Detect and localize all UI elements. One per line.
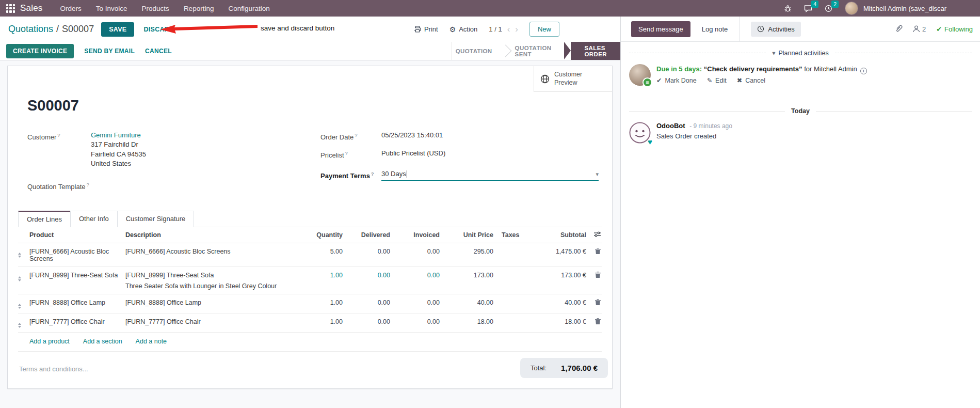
table-row[interactable]: [FURN_8999] Three-Seat Sofa [FURN_8999] … [18, 267, 602, 294]
apps-grid-icon[interactable] [6, 4, 15, 13]
pricelist-value[interactable]: Public Pricelist (USD) [381, 149, 445, 160]
table-row[interactable]: [FURN_8888] Office Lamp [FURN_8888] Offi… [18, 294, 602, 313]
order-date-value[interactable]: 05/25/2023 15:40:01 [381, 131, 443, 142]
table-row[interactable]: [FURN_6666] Acoustic Bloc Screens [FURN_… [18, 243, 602, 267]
cell-invoiced[interactable]: 0.00 [390, 318, 440, 325]
cell-invoiced[interactable]: 0.00 [390, 272, 440, 279]
edit-activity-button[interactable]: ✎Edit [707, 76, 727, 84]
menu-configuration[interactable]: Configuration [221, 1, 277, 17]
add-section-link[interactable]: Add a section [83, 338, 122, 345]
tab-customer-signature[interactable]: Customer Signature [117, 211, 195, 227]
message-author[interactable]: OdooBot [656, 122, 685, 130]
delete-line-icon[interactable] [586, 272, 602, 279]
payment-terms-input[interactable]: 30 Days ▾ [381, 169, 599, 181]
cancel-activity-button[interactable]: ✖Cancel [737, 76, 765, 84]
cell-description[interactable]: [FURN_8999] Three-Seat SofaThree Seater … [125, 272, 287, 290]
cell-delivered[interactable]: 0.00 [343, 248, 390, 255]
adjust-columns-icon[interactable] [586, 231, 602, 239]
cancel-button[interactable]: CANCEL [140, 44, 177, 58]
cell-product[interactable]: [FURN_8888] Office Lamp [29, 299, 125, 306]
following-button[interactable]: ✔ Following [936, 25, 973, 33]
drag-handle-icon[interactable] [18, 276, 21, 281]
customer-link[interactable]: Gemini Furniture [91, 131, 146, 140]
delete-line-icon[interactable] [586, 248, 602, 256]
menu-orders[interactable]: Orders [53, 1, 89, 17]
customer-preview-button[interactable]: Customer Preview [534, 66, 612, 92]
delete-line-icon[interactable] [586, 318, 602, 326]
cell-product[interactable]: [FURN_7777] Office Chair [29, 318, 125, 325]
divider [739, 17, 740, 41]
cell-unit-price[interactable]: 173.00 [440, 272, 493, 279]
action-button[interactable]: ⚙ Action [449, 25, 478, 34]
cell-delivered[interactable]: 0.00 [343, 318, 390, 325]
app-name[interactable]: Sales [20, 3, 43, 13]
table-row[interactable]: [FURN_7777] Office Chair [FURN_7777] Off… [18, 313, 602, 333]
log-note-button[interactable]: Log note [702, 25, 728, 33]
dropdown-caret-icon[interactable]: ▾ [596, 169, 599, 179]
create-invoice-button[interactable]: CREATE INVOICE [6, 44, 74, 58]
user-name[interactable]: Mitchell Admin (save_discar [863, 5, 980, 12]
drag-handle-icon[interactable] [18, 253, 21, 258]
drag-handle-icon[interactable] [18, 323, 21, 328]
planned-activities-toggle[interactable]: ▾ Planned activities [772, 49, 829, 57]
cell-description[interactable]: [FURN_6666] Acoustic Bloc Screens [125, 248, 287, 255]
print-button[interactable]: Print [414, 25, 438, 33]
activity-avatar[interactable]: ≡ [629, 64, 651, 86]
col-taxes[interactable]: Taxes [493, 231, 525, 239]
new-button[interactable]: New [529, 22, 559, 37]
stage-sales-order[interactable]: SALES ORDER [571, 42, 620, 60]
col-description[interactable]: Description [125, 231, 287, 239]
pager-previous-icon[interactable]: ‹ [507, 24, 510, 35]
menu-reporting[interactable]: Reporting [176, 1, 221, 17]
add-note-link[interactable]: Add a note [136, 338, 167, 345]
menu-products[interactable]: Products [135, 1, 176, 17]
cell-unit-price[interactable]: 18.00 [440, 318, 493, 325]
activities-clock-icon[interactable]: 2 [820, 3, 838, 14]
attachments-button[interactable] [895, 25, 903, 33]
followers-button[interactable]: 2 [913, 25, 926, 33]
cell-delivered[interactable]: 0.00 [343, 299, 390, 306]
cell-quantity[interactable]: 5.00 [287, 248, 343, 255]
cell-quantity[interactable]: 1.00 [287, 318, 343, 325]
col-invoiced[interactable]: Invoiced [390, 231, 440, 239]
col-delivered[interactable]: Delivered [343, 231, 390, 239]
odoobot-avatar[interactable]: ♥ [629, 122, 651, 144]
cell-description[interactable]: [FURN_8888] Office Lamp [125, 299, 287, 306]
cell-unit-price[interactable]: 295.00 [440, 248, 493, 255]
delete-line-icon[interactable] [586, 299, 602, 307]
cell-delivered[interactable]: 0.00 [343, 272, 390, 279]
stage-quotation[interactable]: QUOTATION [444, 42, 504, 60]
menu-to-invoice[interactable]: To Invoice [89, 1, 135, 17]
col-unit-price[interactable]: Unit Price [440, 231, 493, 239]
mark-done-button[interactable]: ✔Mark Done [656, 76, 697, 84]
add-product-link[interactable]: Add a product [29, 338, 70, 345]
cell-quantity[interactable]: 1.00 [287, 272, 343, 279]
breadcrumb-quotations[interactable]: Quotations [8, 24, 53, 35]
tab-other-info[interactable]: Other Info [70, 211, 118, 227]
quotation-template-field[interactable] [89, 180, 320, 192]
terms-placeholder[interactable]: Terms and conditions... [18, 358, 88, 373]
debug-bug-icon[interactable] [779, 3, 797, 14]
send-message-button[interactable]: Send message [631, 21, 690, 37]
cell-product[interactable]: [FURN_8999] Three-Seat Sofa [29, 272, 125, 279]
cell-product[interactable]: [FURN_6666] Acoustic Bloc Screens [29, 248, 125, 262]
info-icon[interactable]: i [860, 68, 867, 74]
cell-invoiced[interactable]: 0.00 [390, 299, 440, 306]
help-marker: ? [371, 171, 374, 177]
drag-handle-icon[interactable] [18, 304, 21, 309]
col-product[interactable]: Product [29, 231, 125, 239]
user-avatar[interactable] [845, 2, 858, 15]
cell-description[interactable]: [FURN_7777] Office Chair [125, 318, 287, 325]
activities-button[interactable]: Activities [751, 22, 800, 37]
stage-quotation-sent[interactable]: QUOTATION SENT [504, 42, 563, 60]
messages-icon[interactable]: 4 [799, 3, 817, 14]
col-quantity[interactable]: Quantity [287, 231, 343, 239]
tab-order-lines[interactable]: Order Lines [18, 211, 71, 227]
save-button[interactable]: SAVE [101, 22, 134, 37]
send-by-email-button[interactable]: SEND BY EMAIL [79, 44, 140, 58]
cell-unit-price[interactable]: 40.00 [440, 299, 493, 306]
pager-next-icon[interactable]: › [515, 24, 518, 35]
cell-invoiced[interactable]: 0.00 [390, 248, 440, 255]
col-subtotal[interactable]: Subtotal [525, 231, 586, 239]
cell-quantity[interactable]: 1.00 [287, 299, 343, 306]
